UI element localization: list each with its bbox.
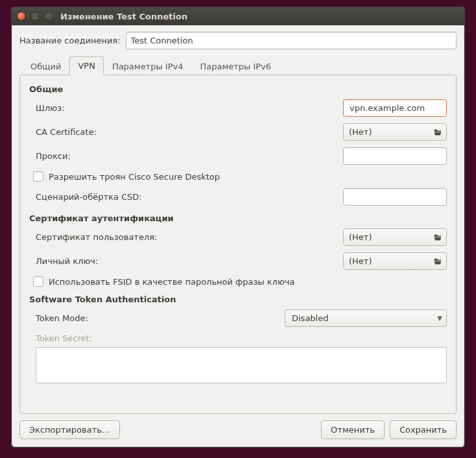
section-title-general: Общие (29, 84, 447, 94)
dialog-window: Изменение Test Connetion Название соедин… (11, 6, 465, 448)
file-open-icon (433, 257, 442, 266)
user-cert-chooser[interactable]: (Нет) (343, 228, 447, 246)
gateway-label: Шлюз: (29, 103, 343, 113)
fsid-label: Использовать FSID в качестве парольной ф… (49, 277, 295, 287)
tab-general[interactable]: Общий (22, 57, 69, 75)
section-title-authcert: Сертификат аутентификации (29, 213, 447, 223)
tab-ipv4[interactable]: Параметры IPv4 (104, 57, 192, 75)
token-secret-label: Token Secret: (29, 333, 447, 343)
gateway-input[interactable] (343, 99, 447, 117)
csd-trojan-label: Разрешить троян Cisco Secure Desktop (49, 172, 220, 182)
tab-vpn[interactable]: VPN (69, 56, 103, 75)
notebook: Общий VPN Параметры IPv4 Параметры IPv6 … (19, 56, 457, 414)
minimize-icon[interactable] (30, 12, 40, 21)
token-mode-combo[interactable]: Disabled ▼ (285, 309, 447, 327)
window-title: Изменение Test Connetion (60, 12, 187, 21)
tab-page-vpn: Общие Шлюз: CA Certificate: (Нет) (19, 75, 457, 414)
file-open-icon (433, 233, 442, 242)
token-mode-label: Token Mode: (29, 313, 285, 323)
ca-cert-label: CA Certificate: (29, 127, 343, 137)
proxy-input[interactable] (343, 147, 447, 165)
user-cert-value: (Нет) (349, 232, 429, 242)
csd-wrapper-input[interactable] (343, 188, 447, 206)
token-mode-value: Disabled (292, 313, 437, 323)
connection-name-row: Название соединения: (19, 32, 457, 49)
connection-name-label: Название соединения: (19, 36, 121, 45)
private-key-label: Личный ключ: (29, 256, 343, 266)
tabs-strip: Общий VPN Параметры IPv4 Параметры IPv6 (19, 56, 457, 75)
title-bar: Изменение Test Connetion (12, 7, 464, 25)
close-icon[interactable] (17, 12, 26, 21)
export-button[interactable]: Экспортировать… (19, 420, 120, 439)
gateway-value[interactable] (348, 102, 443, 114)
button-bar: Экспортировать… Отменить Сохранить (19, 420, 457, 439)
csd-wrapper-label: Сценарий-обёртка CSD: (29, 192, 343, 202)
csd-trojan-checkbox[interactable] (33, 171, 43, 182)
file-open-icon (433, 128, 442, 137)
proxy-label: Прокси: (29, 151, 343, 161)
ca-cert-value: (Нет) (349, 127, 429, 137)
tab-ipv6[interactable]: Параметры IPv6 (192, 57, 280, 75)
chevron-down-icon: ▼ (437, 315, 442, 322)
user-cert-label: Сертификат пользователя: (29, 232, 343, 242)
cancel-button[interactable]: Отменить (321, 420, 385, 439)
client-area: Название соединения: Общий VPN Параметры… (12, 25, 464, 447)
fsid-checkbox[interactable] (33, 276, 43, 287)
connection-name-input[interactable] (126, 32, 457, 49)
ca-cert-chooser[interactable]: (Нет) (343, 123, 447, 141)
save-button[interactable]: Сохранить (390, 420, 457, 439)
maximize-icon[interactable] (44, 12, 53, 21)
private-key-chooser[interactable]: (Нет) (343, 252, 447, 270)
token-secret-textarea[interactable] (36, 347, 447, 383)
private-key-value: (Нет) (349, 256, 429, 266)
spacer (125, 420, 316, 439)
section-title-token: Software Token Authentication (29, 295, 447, 304)
